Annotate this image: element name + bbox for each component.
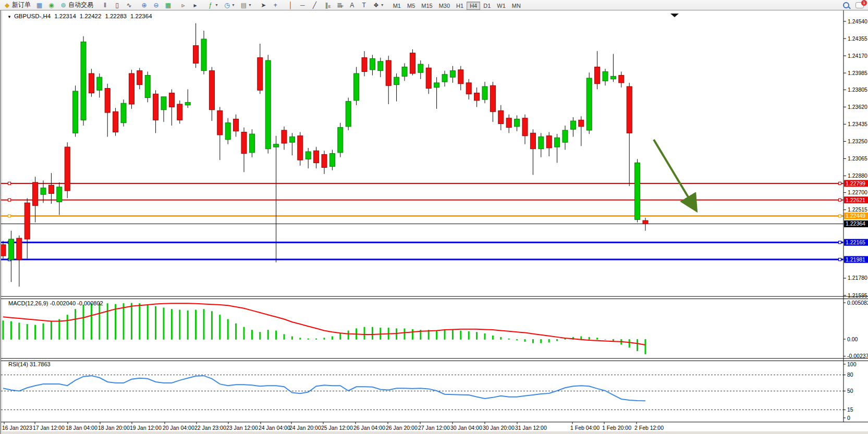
- templates-button[interactable]: ▤▼: [238, 0, 254, 10]
- tile-windows-icon: ▦: [165, 1, 172, 9]
- rsi-indicator-label: RSI(14) 31.7863: [8, 361, 51, 367]
- search-icon[interactable]: [843, 2, 849, 8]
- timeframe-toolbar: M1M5M15M30H1H4D1W1MN: [390, 1, 524, 10]
- periods-button[interactable]: ◷▼: [222, 0, 237, 10]
- fibonacci-button[interactable]: ≣F: [334, 0, 345, 10]
- cursor-icon: ➤: [260, 1, 267, 9]
- timeframe-w1[interactable]: W1: [494, 2, 509, 10]
- chart-window[interactable]: 1.245401.243551.241701.239851.238051.236…: [0, 10, 868, 434]
- chevron-down-icon[interactable]: ▼: [381, 3, 384, 7]
- crosshair-button[interactable]: +: [270, 0, 281, 10]
- open-value: 1.22314: [54, 13, 76, 19]
- text-label-button[interactable]: T: [359, 0, 370, 10]
- arrows-icon: ❖: [373, 1, 380, 9]
- chart-ohlc-header[interactable]: ▼GBPUSD-,H41.223141.224221.222831.22364: [7, 13, 152, 19]
- axis-tick-label: 100: [847, 361, 857, 367]
- trendline-button[interactable]: ╱: [309, 0, 320, 10]
- timeframe-m1[interactable]: M1: [390, 2, 404, 10]
- time-axis-label: 30 Jan 04:00: [450, 425, 482, 431]
- templates-icon: ▤: [240, 1, 247, 9]
- chevron-down-icon[interactable]: ▼: [231, 3, 235, 7]
- time-axis-label: 25 Jan 12:00: [321, 425, 353, 431]
- candlestick-chart-button[interactable]: ▯: [112, 0, 123, 10]
- zoom-in-button[interactable]: ⊕: [139, 0, 150, 10]
- text-icon: A: [349, 1, 356, 9]
- signals-icon: ◉: [48, 1, 55, 9]
- horizontal-line-button[interactable]: ─: [297, 0, 308, 10]
- time-axis-label: 18 Jan 04:00: [66, 425, 97, 431]
- chat-icon[interactable]: 1: [855, 2, 864, 8]
- axis-tick-label: 1.22700: [848, 189, 867, 195]
- timeframe-d1[interactable]: D1: [480, 2, 494, 10]
- time-axis-label: 26 Jan 04:00: [353, 425, 385, 431]
- line-handle[interactable]: [8, 215, 11, 217]
- time-axis-label: 24 Jan 20:00: [289, 425, 321, 431]
- line-handle[interactable]: [839, 258, 841, 261]
- line-handle[interactable]: [8, 182, 11, 184]
- bar-chart-button[interactable]: ‖: [100, 0, 111, 10]
- price-flag-label: 1.22449: [846, 213, 865, 219]
- line-handle[interactable]: [839, 215, 841, 217]
- axis-tick-label: 1.21595: [848, 292, 867, 299]
- chevron-down-icon[interactable]: ▼: [215, 3, 218, 7]
- vertical-line-button[interactable]: │: [285, 0, 296, 10]
- timeframe-h1[interactable]: H1: [453, 2, 467, 10]
- timeframe-m15[interactable]: M15: [418, 2, 435, 10]
- candle: [73, 85, 78, 137]
- text-label-icon: T: [361, 1, 368, 9]
- timeframe-m5[interactable]: M5: [404, 2, 418, 10]
- line-handle[interactable]: [8, 199, 11, 201]
- time-axis-label: 20 Jan 04:00: [163, 425, 194, 431]
- indicators-button[interactable]: ƒ▼: [205, 0, 221, 10]
- zoom-out-button[interactable]: ⊖: [151, 0, 162, 10]
- cursor-button[interactable]: ➤: [258, 0, 269, 10]
- toolbar-right-group: 1: [843, 2, 864, 8]
- axis-tick-label: 1.23620: [848, 104, 867, 110]
- icon-subscript: E: [328, 5, 331, 8]
- time-axis-label: 2 Feb 12:00: [634, 425, 664, 431]
- axis-tick-label: 0.005082: [847, 300, 868, 306]
- axis-tick-label: 0.00: [847, 336, 858, 342]
- axis-tick-label: 80: [847, 371, 853, 378]
- axis-tick-label: 1.23250: [848, 138, 867, 144]
- time-axis-label: 19 Jan 12:00: [130, 425, 162, 431]
- chart-shift-button[interactable]: ▸: [190, 0, 201, 10]
- axis-tick-label: 1.24170: [848, 53, 867, 59]
- tile-windows-button[interactable]: ▦: [163, 0, 174, 10]
- price-flag-label: 1.22364: [846, 220, 865, 227]
- price-flag-label: 1.22165: [846, 239, 865, 245]
- timeframe-h4[interactable]: H4: [467, 2, 480, 10]
- chevron-down-icon[interactable]: ▼: [7, 15, 11, 19]
- low-value: 1.22283: [105, 13, 127, 19]
- arrows-button[interactable]: ❖▼: [371, 0, 386, 10]
- timeframe-m30[interactable]: M30: [436, 2, 453, 10]
- close-value: 1.22364: [130, 13, 152, 19]
- price-flag-label: 1.21981: [846, 256, 865, 263]
- autotrade-button[interactable]: ⊚自动交易: [58, 0, 95, 10]
- price-flag-label: 1.22799: [846, 180, 865, 187]
- trendline-icon: ╱: [311, 1, 318, 9]
- signals-button[interactable]: ◉: [46, 0, 57, 10]
- axis-tick-label: 0: [847, 415, 850, 421]
- macd-indicator-label: MACD(12,26,9) -0.002040 -0.000802: [8, 300, 103, 306]
- icon-subscript: F: [341, 5, 343, 8]
- chart-area[interactable]: 1.245401.243551.241701.239851.238051.236…: [1, 10, 868, 434]
- price-flag-label: 1.22621: [846, 197, 865, 203]
- line-handle[interactable]: [839, 199, 841, 201]
- line-handle[interactable]: [839, 182, 841, 184]
- axis-tick-label: 1.24540: [848, 18, 867, 24]
- time-axis-label: 24 Jan 04:00: [259, 425, 290, 431]
- chevron-down-icon[interactable]: ▼: [248, 3, 252, 7]
- zoom-out-icon: ⊖: [153, 1, 160, 9]
- charts-window-button[interactable]: ▦: [34, 0, 45, 10]
- text-button[interactable]: A: [347, 0, 358, 10]
- time-axis-label: 1 Feb 04:00: [570, 425, 600, 431]
- line-chart-button[interactable]: ∿: [124, 0, 135, 10]
- line-handle[interactable]: [839, 241, 841, 244]
- auto-scroll-button[interactable]: ▹: [178, 0, 189, 10]
- timeframe-mn[interactable]: MN: [509, 2, 524, 10]
- axis-tick-label: 1.23985: [848, 70, 867, 76]
- new-order-button[interactable]: ◆新订单: [2, 0, 33, 10]
- axis-tick-label: 1.22515: [848, 206, 867, 213]
- equidistant-channel-button[interactable]: ∥E: [321, 0, 333, 10]
